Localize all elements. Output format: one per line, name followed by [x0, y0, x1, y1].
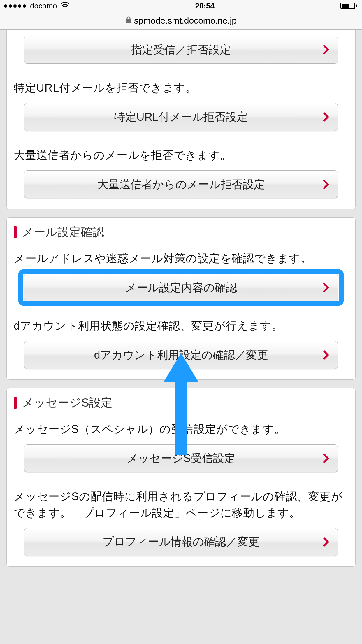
- chevron-right-icon: [323, 453, 329, 463]
- button-label: メール設定内容の確認: [125, 280, 237, 295]
- button-label: 指定受信／拒否設定: [131, 42, 231, 57]
- chevron-right-icon: [323, 537, 329, 547]
- carrier-label: docomo: [30, 1, 57, 10]
- url-text: spmode.smt.docomo.ne.jp: [134, 16, 237, 26]
- desc-mass-sender: 大量送信者からのメールを拒否できます。: [7, 140, 355, 163]
- clock: 20:54: [195, 1, 215, 10]
- mail-settings-confirm-button[interactable]: メール設定内容の確認: [24, 274, 338, 302]
- designated-receive-reject-settings-button[interactable]: 指定受信／拒否設定: [24, 36, 338, 64]
- profile-info-settings-button[interactable]: プロフィール情報の確認／変更: [24, 528, 338, 556]
- panel-header: メール設定確認: [7, 218, 355, 243]
- button-label: プロフィール情報の確認／変更: [103, 534, 259, 549]
- chevron-right-icon: [323, 179, 329, 189]
- chevron-right-icon: [323, 45, 329, 55]
- url-mail-reject-settings-button[interactable]: 特定URL付メール拒否設定: [24, 103, 338, 131]
- mass-sender-reject-settings-button[interactable]: 大量送信者からのメール拒否設定: [24, 170, 338, 198]
- panel-title: メッセージS設定: [22, 395, 113, 411]
- panel-message-s-settings: メッセージS設定 メッセージS（スペシャル）の受信設定ができます。 メッセージS…: [6, 388, 356, 566]
- lock-icon: [125, 16, 132, 25]
- header-accent-icon: [14, 397, 17, 409]
- chevron-right-icon: [323, 112, 329, 122]
- panel-spam-settings: 指定受信／拒否設定 特定URL付メールを拒否できます。 特定URL付メール拒否設…: [6, 30, 356, 209]
- button-label: 大量送信者からのメール拒否設定: [97, 177, 265, 192]
- button-label: メッセージS受信設定: [127, 451, 235, 466]
- desc-url-mail: 特定URL付メールを拒否できます。: [7, 72, 355, 96]
- svg-rect-0: [126, 19, 131, 23]
- button-label: 特定URL付メール拒否設定: [114, 110, 248, 125]
- highlight-annotation: メール設定内容の確認: [20, 274, 342, 302]
- desc-mail-confirm: メールアドレスや迷惑メール対策の設定を確認できます。: [7, 243, 355, 267]
- desc-profile: メッセージSの配信時に利用されるプロフィールの確認、変更ができます。「プロフィー…: [7, 481, 355, 521]
- header-accent-icon: [14, 226, 17, 238]
- battery-icon: [340, 3, 357, 9]
- message-s-receive-settings-button[interactable]: メッセージS受信設定: [24, 444, 338, 472]
- status-bar: docomo 20:54: [0, 0, 362, 12]
- page-content: 指定受信／拒否設定 特定URL付メールを拒否できます。 特定URL付メール拒否設…: [0, 30, 362, 578]
- address-bar[interactable]: spmode.smt.docomo.ne.jp: [0, 12, 362, 30]
- signal-strength-icon: [4, 4, 26, 8]
- desc-d-account: dアカウント利用状態の設定確認、変更が行えます。: [7, 310, 355, 334]
- panel-header: メッセージS設定: [7, 388, 355, 414]
- chevron-right-icon: [323, 283, 329, 293]
- wifi-icon: [61, 1, 69, 10]
- status-left: docomo: [4, 1, 69, 10]
- chevron-right-icon: [323, 350, 329, 360]
- d-account-settings-button[interactable]: dアカウント利用設定の確認／変更: [24, 341, 338, 369]
- panel-title: メール設定確認: [22, 224, 104, 240]
- button-label: dアカウント利用設定の確認／変更: [94, 348, 268, 363]
- desc-message-s: メッセージS（スペシャル）の受信設定ができます。: [7, 414, 355, 437]
- panel-mail-settings-confirm: メール設定確認 メールアドレスや迷惑メール対策の設定を確認できます。 メール設定…: [6, 217, 356, 380]
